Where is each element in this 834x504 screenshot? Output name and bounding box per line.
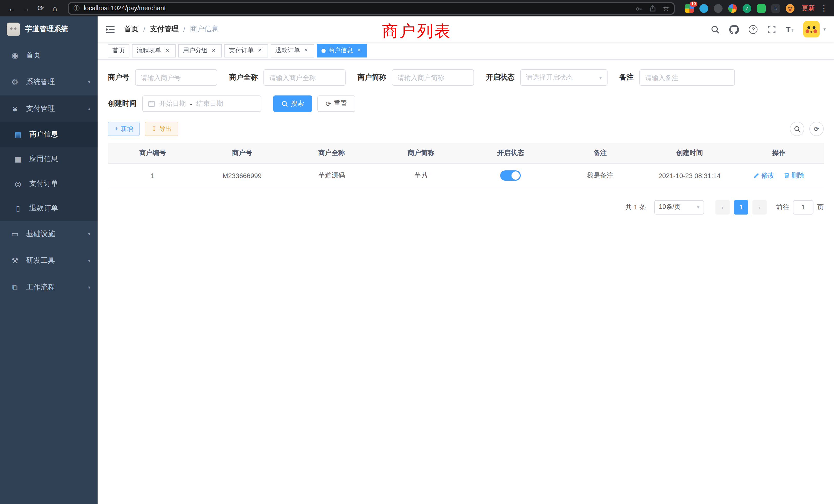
table-toolbar: + 新增 ↧ 导出 ⟳ [108,122,824,136]
font-size-icon[interactable]: TT [786,25,794,33]
browser-reload-button[interactable]: ⟳ [34,2,47,15]
green-check-extension-icon[interactable]: ✓ [743,4,751,13]
sidebar-item-workflow[interactable]: ⧉ 工作流程 ▾ [0,274,97,301]
url-text[interactable]: localhost:1024/pay/merchant [84,5,631,12]
chevron-down-icon: ▾ [599,75,602,80]
colorful-extension-icon[interactable] [728,4,737,13]
close-icon[interactable]: × [164,47,171,54]
sidebar-item-pay-orders[interactable]: ◎ 支付订单 [0,171,97,196]
date-range-picker[interactable]: 开始日期 - 结束日期 [142,95,261,112]
delete-link[interactable]: 删除 [784,171,805,180]
sidebar-item-refund-orders[interactable]: ▯ 退款订单 [0,196,97,221]
apps-grid-extension-icon[interactable]: 10 [685,4,694,13]
chevron-down-icon: ▾ [88,231,90,236]
filter-create-time: 创建时间 开始日期 - 结束日期 [108,95,261,112]
blue-drop-extension-icon[interactable] [699,4,708,13]
short-name-input[interactable] [397,74,468,81]
close-icon[interactable]: × [355,47,363,54]
breadcrumb-section[interactable]: 支付管理 [150,25,179,34]
filter-row-2: 创建时间 开始日期 - 结束日期 [108,95,824,112]
browser-menu-icon[interactable]: ⋮ [820,4,828,13]
cell-id: 1 [108,163,197,188]
close-icon[interactable]: × [256,47,263,54]
refresh-icon: ⟳ [326,100,331,108]
site-info-icon[interactable]: ⓘ [73,4,80,13]
logo-image [7,23,20,36]
browser-forward-button[interactable]: → [20,2,33,15]
next-page-button[interactable]: › [752,200,767,214]
add-button[interactable]: + 新增 [108,122,140,136]
tab-process-form[interactable]: 流程表单 × [132,44,176,57]
tab-label: 退款订单 [275,46,300,55]
table-header-row: 商户编号 商户号 商户全称 商户简称 开启状态 备注 创建时间 操作 [108,143,824,163]
close-icon[interactable]: × [303,47,310,54]
sidebar-item-label: 支付管理 [26,104,55,113]
github-icon[interactable] [729,24,739,34]
prev-page-button[interactable]: ‹ [716,200,730,214]
tab-refund-orders[interactable]: 退款订单 × [271,44,314,57]
download-icon: ↧ [152,125,157,132]
dark-puzzle-extension-icon[interactable]: ≈ [771,4,780,13]
avatar[interactable] [804,21,820,38]
sidebar-menu: ◉ 首页 ⚙ 系统管理 ▾ ¥ 支付管理 ▴ ▤ 商户信息 [0,42,97,301]
sidebar-item-home[interactable]: ◉ 首页 [0,42,97,69]
tab-home[interactable]: 首页 [108,44,129,57]
sidebar-item-app-info[interactable]: ▦ 应用信息 [0,147,97,171]
dark-circle-extension-icon[interactable] [714,4,723,13]
cell-merchant-no: M233666999 [197,163,287,188]
full-name-input[interactable] [269,74,340,81]
address-bar[interactable]: ⓘ localhost:1024/pay/merchant ☆ [68,2,675,15]
search-button[interactable]: 搜索 [273,95,312,112]
app-title: 芋道管理系统 [25,25,68,34]
sidebar-item-system[interactable]: ⚙ 系统管理 ▾ [0,69,97,95]
status-toggle[interactable] [500,170,521,181]
pagination-total: 共 1 条 [625,203,646,212]
sidebar-item-dev-tools[interactable]: ⚒ 研发工具 ▾ [0,247,97,274]
sidebar-item-label: 首页 [26,51,41,60]
tags-view-bar: 首页 流程表单 × 用户分组 × 支付订单 × [97,42,834,60]
reset-button[interactable]: ⟳ 重置 [317,95,355,112]
chevron-down-icon: ▾ [88,258,90,263]
share-icon[interactable] [650,4,657,12]
goto-page-input[interactable] [793,200,813,214]
tab-merchant-info[interactable]: 商户信息 × [317,44,367,57]
export-button[interactable]: ↧ 导出 [145,122,178,136]
browser-update-button[interactable]: 更新 [802,4,815,13]
reset-button-label: 重置 [334,99,347,108]
refresh-table-button[interactable]: ⟳ [809,122,824,136]
green-square-extension-icon[interactable] [757,4,766,13]
browser-home-button[interactable]: ⌂ [48,2,62,15]
close-icon[interactable]: × [210,47,217,54]
browser-back-button[interactable]: ← [5,2,19,15]
help-icon[interactable]: ? [749,25,758,33]
tab-label: 商户信息 [328,46,353,55]
cell-actions: 修改 删除 [734,163,824,188]
workflow-icon: ⧉ [9,283,21,292]
bookmark-star-icon[interactable]: ☆ [663,4,669,12]
toggle-search-button[interactable] [790,122,804,136]
search-icon[interactable] [711,25,720,33]
page-number-1[interactable]: 1 [734,200,748,214]
tab-pay-orders[interactable]: 支付订单 × [224,44,268,57]
merchant-no-input[interactable] [141,74,212,81]
sidebar-logo[interactable]: 芋道管理系统 [0,17,97,42]
active-dot [322,48,326,53]
page-size-select[interactable]: 10条/页 ▾ [654,200,704,214]
sidebar-item-infrastructure[interactable]: ▭ 基础设施 ▾ [0,221,97,247]
chevron-down-icon: ▾ [697,204,699,210]
sidebar-item-payment[interactable]: ¥ 支付管理 ▴ [0,95,97,122]
breadcrumb-home[interactable]: 首页 [124,25,139,34]
tab-user-group[interactable]: 用户分组 × [178,44,222,57]
main-column: 首页 / 支付管理 / 商户信息 ? [97,17,834,504]
edit-link[interactable]: 修改 [753,171,774,180]
hamburger-icon[interactable] [105,24,116,35]
fullscreen-icon[interactable] [767,25,776,33]
remark-input[interactable] [645,74,729,81]
goto-page: 前往 页 [776,200,824,214]
sidebar-item-merchant-info[interactable]: ▤ 商户信息 [0,122,97,147]
monitor-icon: ▭ [9,229,21,239]
password-key-icon[interactable] [636,4,643,12]
status-select[interactable]: 请选择开启状态 ▾ [520,69,608,86]
app-shell: 商户列表 芋道管理系统 ◉ 首页 ⚙ 系统管理 ▾ ¥ [0,17,834,504]
emoji-face-extension-icon[interactable] [786,4,794,13]
